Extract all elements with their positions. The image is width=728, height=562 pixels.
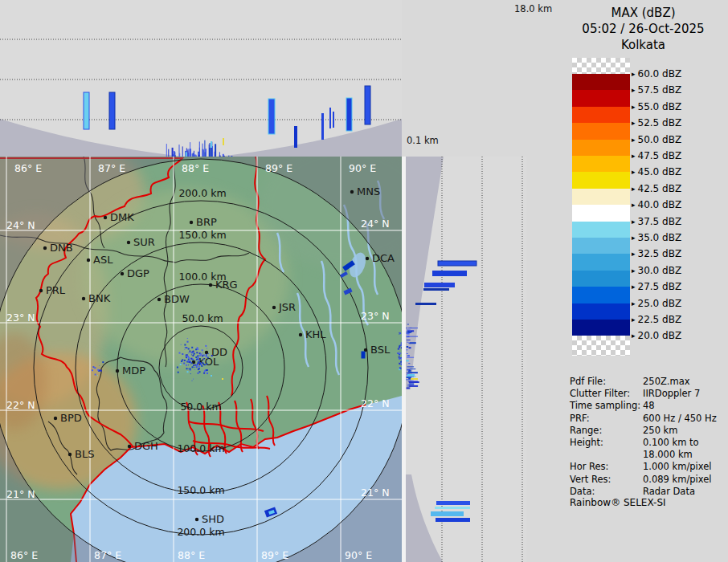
svg-text:23° N: 23° N: [6, 312, 35, 324]
svg-text:150.0 km: 150.0 km: [177, 484, 224, 496]
city-label: ASL: [93, 254, 113, 266]
tick-arrow-icon: ▸: [632, 86, 636, 94]
legend-checker-bottom: [572, 336, 630, 356]
legend-band: [572, 74, 630, 91]
legend-band: [572, 254, 630, 271]
svg-text:50.0 km: 50.0 km: [180, 401, 221, 413]
legend-tick-label: ▸45.0 dBZ: [632, 165, 681, 178]
ns-height-profile: [406, 157, 526, 562]
legend-tick-label: ▸37.5 dBZ: [632, 215, 681, 228]
legend-band: [572, 320, 630, 336]
svg-text:24° N: 24° N: [361, 218, 389, 230]
svg-text:22° N: 22° N: [6, 399, 35, 411]
max-height-axis-label: 18.0 km: [514, 3, 552, 14]
svg-text:200.0 km: 200.0 km: [177, 526, 224, 538]
tick-arrow-icon: ▸: [632, 267, 636, 275]
city-label: DCA: [372, 252, 395, 264]
city-label: BLS: [75, 448, 94, 460]
min-height-axis-label: 0.1 km: [407, 135, 439, 146]
legend-tick-label: ▸32.5 dBZ: [632, 247, 681, 260]
metadata-row: Vert Res:0.089 km/pixel: [526, 474, 728, 486]
legend-checker-top: [572, 58, 630, 74]
tick-arrow-icon: ▸: [632, 136, 636, 144]
city-label: JSR: [278, 301, 296, 313]
svg-text:21° N: 21° N: [6, 488, 35, 500]
svg-text:90° E: 90° E: [349, 162, 376, 174]
legend-tick-label: ▸55.0 dBZ: [632, 100, 681, 113]
info-panel: MAX (dBZ) 05:02 / 26-Oct-2025 Kolkata ▸6…: [526, 0, 728, 562]
legend-tick-label: ▸50.0 dBZ: [632, 133, 681, 146]
software-brand: Rainbow® SELEX-SI: [570, 497, 666, 508]
svg-text:100.0 km: 100.0 km: [177, 442, 224, 454]
city-label: SUR: [133, 236, 155, 248]
legend-band: [572, 140, 630, 157]
panel-corner: [402, 0, 526, 157]
legend-tick-label: ▸47.5 dBZ: [632, 149, 681, 162]
svg-text:89° E: 89° E: [261, 549, 288, 561]
legend-tick-label: ▸20.0 dBZ: [632, 329, 681, 342]
city-label: KHL: [305, 328, 326, 340]
city-label: KRG: [215, 279, 238, 291]
metadata-row: Pdf File:250Z.max: [526, 376, 728, 388]
svg-text:23° N: 23° N: [361, 310, 389, 322]
legend-band: [572, 222, 630, 238]
legend-tick-label: ▸27.5 dBZ: [632, 280, 681, 293]
legend-band: [572, 205, 630, 222]
svg-text:87° E: 87° E: [98, 162, 125, 174]
svg-text:50.0 km: 50.0 km: [182, 312, 223, 324]
tick-arrow-icon: ▸: [632, 316, 636, 324]
legend-band: [572, 90, 630, 107]
metadata-row: Time sampling:48: [526, 400, 728, 412]
svg-text:90° E: 90° E: [345, 549, 372, 561]
metadata-row: Range:250 km: [526, 425, 728, 437]
radar-map-view[interactable]: 50.0 km50.0 km100.0 km100.0 km150.0 km15…: [0, 157, 402, 562]
product-title: MAX (dBZ): [558, 5, 728, 21]
svg-text:86° E: 86° E: [14, 162, 42, 174]
tick-arrow-icon: ▸: [632, 332, 636, 340]
legend-tick-label: ▸25.0 dBZ: [632, 297, 681, 310]
legend-tick-label: ▸40.0 dBZ: [632, 198, 681, 211]
city-label: DGP: [127, 267, 149, 279]
city-label: MDP: [122, 364, 145, 377]
city-label: SHD: [202, 513, 224, 525]
city-label: DMK: [110, 211, 134, 223]
metadata-row: Height:0.100 km to: [526, 437, 728, 449]
beam-blind-wedges: [0, 119, 402, 157]
scan-datetime: 05:02 / 26-Oct-2025: [558, 21, 728, 37]
legend-band: [572, 123, 630, 140]
city-label: DNB: [50, 242, 73, 254]
metadata-row: Clutter Filter:IIRDoppler 7: [526, 388, 728, 400]
metadata-row: 18.000 km: [526, 449, 728, 461]
svg-text:88° E: 88° E: [178, 549, 205, 561]
city-label: BPD: [60, 412, 82, 424]
city-label: PRL: [46, 284, 66, 296]
legend-band: [572, 238, 630, 255]
tick-arrow-icon: ▸: [632, 70, 636, 78]
legend-tick-label: ▸52.5 dBZ: [632, 116, 681, 129]
svg-text:24° N: 24° N: [6, 219, 35, 231]
city-label: BRP: [196, 216, 217, 228]
svg-text:150.0 km: 150.0 km: [178, 229, 226, 241]
tick-arrow-icon: ▸: [632, 283, 636, 291]
legend-tick-label: ▸57.5 dBZ: [632, 83, 681, 96]
legend-band: [572, 303, 630, 320]
svg-text:89° E: 89° E: [265, 162, 292, 174]
station-name: Kolkata: [558, 37, 728, 53]
svg-text:200.0 km: 200.0 km: [178, 187, 226, 199]
tick-arrow-icon: ▸: [632, 152, 636, 160]
tick-arrow-icon: ▸: [632, 234, 636, 242]
tick-arrow-icon: ▸: [632, 250, 636, 258]
svg-text:21° N: 21° N: [361, 487, 389, 499]
svg-text:22° N: 22° N: [361, 397, 389, 409]
metadata-row: PRF:600 Hz / 450 Hz: [526, 413, 728, 425]
legend-tick-label: ▸60.0 dBZ: [632, 67, 681, 80]
city-label: DGH: [134, 440, 158, 452]
city-label: MNS: [357, 185, 380, 198]
city-label: BNK: [88, 292, 111, 304]
radar-display-window: 50.0 km50.0 km100.0 km100.0 km150.0 km15…: [0, 0, 728, 562]
tick-arrow-icon: ▸: [632, 185, 636, 193]
tick-arrow-icon: ▸: [632, 299, 636, 307]
svg-text:88° E: 88° E: [182, 162, 209, 174]
tick-arrow-icon: ▸: [632, 201, 636, 209]
metadata-row: Hor Res:1.000 km/pixel: [526, 461, 728, 473]
